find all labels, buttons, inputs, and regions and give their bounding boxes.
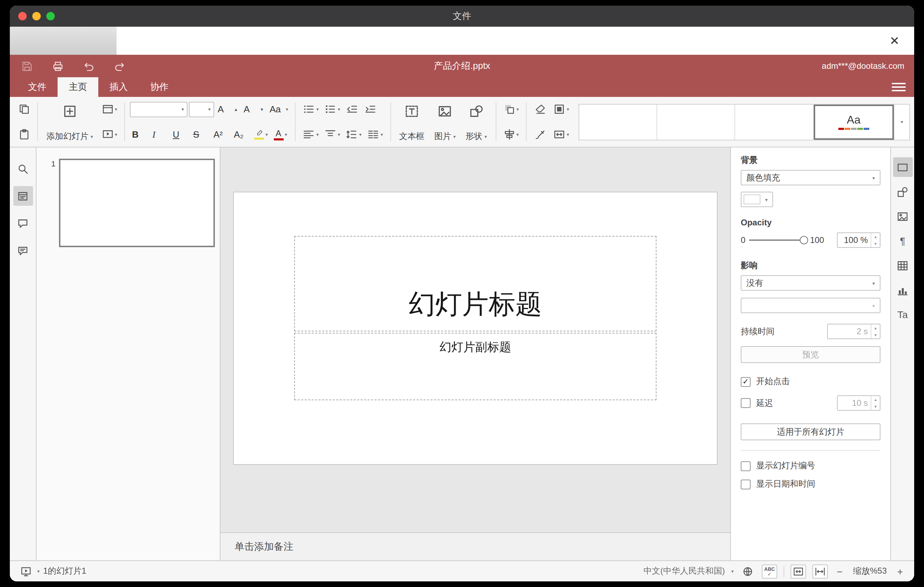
arrange-shapes-button[interactable]: ▾	[501, 101, 521, 118]
italic-button[interactable]: I	[150, 126, 169, 143]
image-settings-button[interactable]	[893, 206, 912, 226]
fit-to-slide-button[interactable]	[790, 564, 806, 578]
tab-collaboration[interactable]: 协作	[139, 77, 180, 97]
theme-option-2[interactable]	[657, 104, 736, 139]
vertical-align-button[interactable]: ▾	[322, 126, 342, 143]
strikethrough-button[interactable]: S	[191, 126, 210, 143]
columns-button[interactable]: ▾	[365, 126, 385, 143]
slide-layout-button[interactable]: ▾	[99, 101, 119, 118]
chevron-down-icon[interactable]: ▾	[37, 569, 40, 574]
theme-option-selected[interactable]: Aa	[813, 104, 894, 139]
copy-icon[interactable]	[15, 101, 32, 118]
highlight-color-button[interactable]: ▾	[252, 126, 270, 143]
tab-insert[interactable]: 插入	[98, 77, 139, 97]
fit-to-width-button[interactable]	[812, 564, 828, 578]
spinner-up-icon[interactable]: ▲	[871, 233, 880, 240]
slider-knob[interactable]	[799, 236, 808, 244]
subscript-button[interactable]: A₂	[232, 126, 251, 143]
paste-icon[interactable]	[15, 126, 32, 143]
spellcheck-button[interactable]: ABC ✓	[762, 564, 777, 578]
redo-icon[interactable]	[112, 59, 126, 73]
clear-style-button[interactable]	[531, 101, 548, 118]
increase-indent-button[interactable]	[362, 101, 379, 118]
spinner-down-icon[interactable]: ▼	[871, 240, 880, 247]
apply-to-all-slides-button[interactable]: 适用于所有幻灯片	[741, 424, 881, 440]
feedback-button[interactable]	[13, 241, 33, 261]
spinner-down-icon[interactable]: ▼	[871, 403, 880, 410]
theme-gallery-expand-button[interactable]: ▾	[894, 104, 909, 139]
close-icon[interactable]: ✕	[886, 32, 903, 49]
start-on-click-checkbox[interactable]: ✓	[741, 377, 751, 386]
hamburger-menu-icon[interactable]	[890, 81, 907, 93]
decrease-indent-button[interactable]	[344, 101, 361, 118]
minimize-window-button[interactable]	[32, 12, 41, 20]
print-icon[interactable]	[51, 59, 64, 73]
horizontal-align-button[interactable]: ▾	[301, 126, 321, 143]
language-label[interactable]: 中文(中华人民共和国)	[644, 565, 725, 577]
close-window-button[interactable]	[18, 12, 27, 20]
line-spacing-button[interactable]: ▾	[344, 126, 364, 143]
start-slideshow-statusbar-button[interactable]	[18, 564, 34, 578]
slide-size-button[interactable]: ▾	[551, 126, 571, 143]
insert-textbox-button[interactable]: 文本框	[394, 100, 429, 144]
subtitle-placeholder[interactable]: 幻灯片副标题	[294, 333, 657, 400]
add-slide-button[interactable]: 添加幻灯片 ▾	[41, 100, 98, 144]
tab-file[interactable]: 文件	[17, 77, 58, 97]
copy-style-button[interactable]	[531, 126, 548, 143]
tab-home[interactable]: 主页	[58, 77, 98, 97]
slide-settings-button[interactable]	[893, 157, 912, 177]
effect-select[interactable]: 没有 ▾	[741, 275, 881, 291]
show-date-time-checkbox[interactable]	[741, 479, 751, 489]
title-placeholder[interactable]: 幻灯片标题	[294, 236, 657, 331]
decrease-font-button[interactable]: A ▼	[241, 101, 266, 118]
slide-thumbnail[interactable]	[59, 159, 215, 247]
table-settings-button[interactable]	[893, 256, 912, 275]
bullets-button[interactable]: ▾	[301, 101, 321, 118]
delay-checkbox[interactable]	[741, 398, 751, 408]
fill-type-select[interactable]: 颜色填充 ▾	[741, 170, 881, 185]
underline-button[interactable]: U	[171, 126, 190, 143]
chart-settings-button[interactable]	[893, 280, 912, 300]
insert-image-button[interactable]: 图片 ▾	[429, 100, 460, 144]
document-language-button[interactable]	[740, 564, 756, 578]
align-shapes-button[interactable]: ▾	[501, 126, 521, 143]
font-name-input[interactable]: ▾	[130, 101, 188, 117]
zoom-out-button[interactable]: −	[834, 566, 845, 577]
slides-panel-button[interactable]	[13, 186, 33, 206]
spinner-up-icon[interactable]: ▲	[871, 396, 880, 403]
preview-button[interactable]: 预览	[741, 346, 881, 363]
paragraph-settings-button[interactable]: ¶	[893, 231, 912, 251]
theme-option-3[interactable]	[736, 104, 814, 139]
comments-button[interactable]	[13, 213, 33, 233]
spinner-up-icon[interactable]: ▲	[871, 325, 880, 331]
font-color-button[interactable]: A ▾	[271, 126, 289, 143]
font-size-input[interactable]: ▾	[189, 101, 214, 117]
undo-icon[interactable]	[81, 59, 96, 73]
insert-shape-button[interactable]: 形状 ▾	[460, 100, 492, 144]
show-slide-number-checkbox[interactable]	[741, 461, 751, 471]
search-button[interactable]	[13, 159, 33, 178]
zoom-window-button[interactable]	[46, 12, 55, 20]
change-case-button[interactable]: Aa ▾	[267, 101, 290, 118]
chevron-down-icon[interactable]: ▾	[731, 569, 734, 574]
save-icon[interactable]	[20, 59, 34, 73]
zoom-level-label[interactable]: 缩放%53	[852, 565, 888, 577]
effect-type-select[interactable]: ▾	[741, 298, 881, 313]
fill-color-dropdown[interactable]: ▾	[741, 192, 773, 207]
opacity-spinner[interactable]: 100 % ▲ ▼	[837, 232, 881, 248]
numbering-button[interactable]: ▾	[322, 101, 342, 118]
notes-area[interactable]: 单击添加备注	[221, 532, 730, 560]
color-scheme-button[interactable]: ▾	[551, 101, 571, 118]
zoom-in-button[interactable]: +	[894, 566, 906, 577]
start-slideshow-button[interactable]: ▾	[99, 126, 119, 143]
opacity-slider[interactable]	[749, 235, 807, 245]
spinner-down-icon[interactable]: ▼	[871, 331, 880, 338]
increase-font-button[interactable]: A ▲	[216, 101, 240, 118]
duration-spinner[interactable]: 2 s ▲ ▼	[827, 324, 881, 339]
textart-settings-button[interactable]: Ta	[893, 305, 912, 325]
delay-spinner[interactable]: 10 s ▲ ▼	[837, 395, 881, 411]
superscript-button[interactable]: A²	[211, 126, 230, 143]
theme-option-1[interactable]	[579, 104, 657, 139]
shape-settings-button[interactable]	[893, 182, 912, 201]
bold-button[interactable]: B	[130, 126, 149, 143]
